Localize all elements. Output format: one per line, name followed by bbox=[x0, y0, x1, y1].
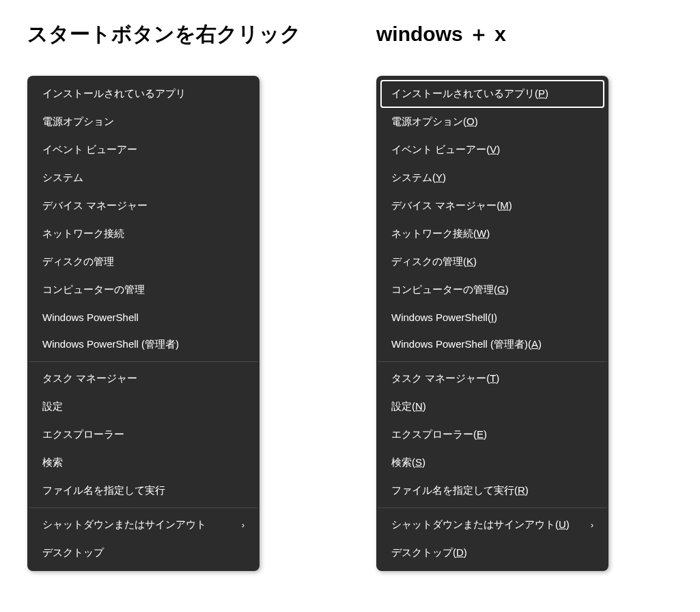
menu-item-label: 設定 bbox=[42, 400, 63, 413]
menu-item[interactable]: ディスクの管理(K) bbox=[380, 248, 604, 276]
menu-item-label: デスクトップ bbox=[42, 546, 104, 559]
menu-item[interactable]: Windows PowerShell bbox=[31, 304, 255, 331]
menu-item-label: イベント ビューアー bbox=[42, 143, 137, 156]
menu-item[interactable]: イベント ビューアー bbox=[31, 136, 255, 164]
menu-item[interactable]: コンピューターの管理 bbox=[31, 276, 255, 304]
right-column: windows ＋ x インストールされているアプリ(P)電源オプション(O)イ… bbox=[376, 20, 608, 571]
menu-item-label: デバイス マネージャー bbox=[42, 199, 148, 212]
menu-item[interactable]: ディスクの管理 bbox=[31, 248, 255, 276]
menu-item[interactable]: Windows PowerShell(I) bbox=[380, 304, 604, 331]
right-heading: windows ＋ x bbox=[376, 20, 608, 48]
menu-item-label: ネットワーク接続 bbox=[42, 227, 124, 240]
menu-item-label: イベント ビューアー(V) bbox=[391, 143, 500, 156]
menu-item[interactable]: デスクトップ bbox=[31, 539, 255, 567]
left-menu: インストールされているアプリ電源オプションイベント ビューアーシステムデバイス … bbox=[27, 76, 260, 571]
chevron-right-icon: › bbox=[242, 520, 244, 530]
menu-item[interactable]: インストールされているアプリ(P) bbox=[380, 80, 604, 108]
menu-separator bbox=[29, 507, 258, 508]
menu-item[interactable]: 設定 bbox=[31, 393, 255, 421]
menu-item-label: コンピューターの管理 bbox=[42, 283, 145, 296]
menu-item[interactable]: Windows PowerShell (管理者) bbox=[31, 331, 255, 359]
menu-item-label: タスク マネージャー(T) bbox=[391, 372, 499, 385]
menu-item[interactable]: ファイル名を指定して実行 bbox=[31, 477, 255, 505]
menu-item[interactable]: コンピューターの管理(G) bbox=[380, 276, 604, 304]
menu-item-label: 電源オプション bbox=[42, 115, 114, 128]
menu-item[interactable]: シャットダウンまたはサインアウト(U)› bbox=[380, 511, 604, 539]
right-menu: インストールされているアプリ(P)電源オプション(O)イベント ビューアー(V)… bbox=[376, 76, 608, 571]
menu-item[interactable]: Windows PowerShell (管理者)(A) bbox=[380, 331, 604, 359]
menu-item-label: ディスクの管理(K) bbox=[391, 255, 477, 268]
menu-item[interactable]: ネットワーク接続 bbox=[31, 220, 255, 248]
menu-item-label: シャットダウンまたはサインアウト(U) bbox=[391, 518, 570, 531]
menu-item[interactable]: シャットダウンまたはサインアウト› bbox=[31, 511, 255, 539]
menu-item-label: タスク マネージャー bbox=[42, 372, 137, 385]
menu-item-label: エクスプローラー(E) bbox=[391, 428, 487, 441]
left-heading: スタートボタンを右クリック bbox=[27, 20, 301, 48]
menu-item-label: シャットダウンまたはサインアウト bbox=[42, 518, 206, 531]
menu-item[interactable]: 設定(N) bbox=[380, 393, 604, 421]
menu-item-label: インストールされているアプリ bbox=[42, 87, 186, 100]
menu-item[interactable]: タスク マネージャー bbox=[31, 365, 255, 393]
menu-item-label: 設定(N) bbox=[391, 400, 426, 413]
menu-item[interactable]: ネットワーク接続(W) bbox=[380, 220, 604, 248]
menu-item[interactable]: エクスプローラー(E) bbox=[380, 421, 604, 449]
menu-item[interactable]: 検索 bbox=[31, 449, 255, 477]
menu-item-label: 検索 bbox=[42, 456, 63, 469]
menu-item-label: システム bbox=[42, 171, 83, 184]
menu-separator bbox=[378, 507, 607, 508]
menu-item[interactable]: インストールされているアプリ bbox=[31, 80, 255, 108]
menu-item-label: インストールされているアプリ(P) bbox=[391, 87, 548, 100]
menu-item[interactable]: イベント ビューアー(V) bbox=[380, 136, 604, 164]
menu-item-label: 検索(S) bbox=[391, 456, 425, 469]
menu-item-label: コンピューターの管理(G) bbox=[391, 283, 509, 296]
menu-item-label: Windows PowerShell bbox=[42, 311, 139, 323]
menu-item-label: 電源オプション(O) bbox=[391, 115, 478, 128]
menu-item[interactable]: 電源オプション(O) bbox=[380, 108, 604, 136]
menu-separator bbox=[378, 361, 607, 362]
menu-item-label: システム(Y) bbox=[391, 171, 446, 184]
menu-item[interactable]: 電源オプション bbox=[31, 108, 255, 136]
menu-item[interactable]: エクスプローラー bbox=[31, 421, 255, 449]
menu-separator bbox=[29, 361, 258, 362]
menu-item-label: Windows PowerShell (管理者) bbox=[42, 338, 179, 351]
menu-item[interactable]: ファイル名を指定して実行(R) bbox=[380, 477, 604, 505]
chevron-right-icon: › bbox=[591, 520, 593, 530]
menu-item-label: ディスクの管理 bbox=[42, 255, 114, 268]
menu-item-label: デスクトップ(D) bbox=[391, 546, 467, 559]
left-column: スタートボタンを右クリック インストールされているアプリ電源オプションイベント … bbox=[27, 20, 301, 571]
menu-item[interactable]: 検索(S) bbox=[380, 449, 604, 477]
menu-item-label: Windows PowerShell (管理者)(A) bbox=[391, 338, 542, 351]
menu-item[interactable]: デバイス マネージャー(M) bbox=[380, 192, 604, 220]
menu-item[interactable]: デスクトップ(D) bbox=[380, 539, 604, 567]
menu-item-label: ファイル名を指定して実行 bbox=[42, 484, 165, 497]
menu-item[interactable]: システム(Y) bbox=[380, 164, 604, 192]
menu-item[interactable]: デバイス マネージャー bbox=[31, 192, 255, 220]
menu-item[interactable]: タスク マネージャー(T) bbox=[380, 365, 604, 393]
menu-item-label: エクスプローラー bbox=[42, 428, 124, 441]
menu-item-label: デバイス マネージャー(M) bbox=[391, 199, 512, 212]
menu-item[interactable]: システム bbox=[31, 164, 255, 192]
menu-item-label: ネットワーク接続(W) bbox=[391, 227, 490, 240]
menu-item-label: Windows PowerShell(I) bbox=[391, 311, 497, 323]
menu-item-label: ファイル名を指定して実行(R) bbox=[391, 484, 529, 497]
